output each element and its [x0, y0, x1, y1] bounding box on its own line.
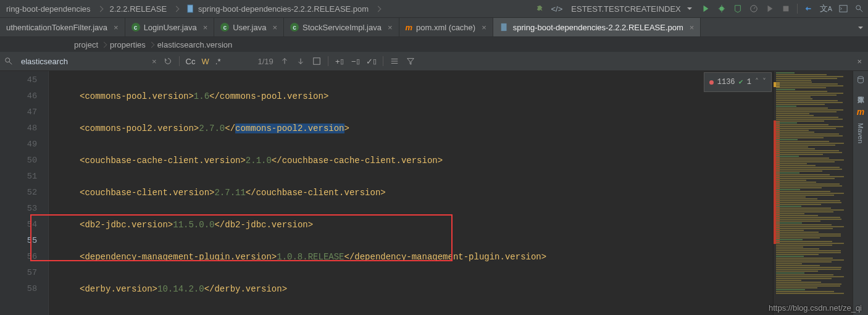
warn-icon: ✔: [739, 74, 743, 90]
tab-loginuser[interactable]: cLoginUser.java×: [125, 18, 215, 36]
error-icon: [709, 80, 714, 85]
chevron-right-icon: [173, 6, 180, 12]
pom-file-icon: [499, 22, 509, 32]
select-all-icon[interactable]: [312, 56, 322, 66]
svg-rect-7: [501, 23, 507, 31]
svg-point-6: [856, 6, 861, 10]
chevron-up-icon[interactable]: ˄: [755, 74, 759, 90]
maven-icon[interactable]: m: [857, 107, 864, 117]
build-icon[interactable]: [535, 4, 545, 14]
prev-match-icon[interactable]: [280, 56, 290, 66]
profile-icon[interactable]: [749, 4, 759, 14]
run-config-select[interactable]: ESTEST.TESTCREATEINDEX: [569, 4, 694, 14]
chevron-right-icon: [97, 6, 103, 12]
tab-spring-boot-deps-pom[interactable]: spring-boot-dependencies-2.2.2.RELEASE.p…: [493, 18, 701, 36]
svg-point-10: [858, 77, 864, 79]
separator: [328, 56, 328, 66]
minimap[interactable]: /* drawn via css below */: [773, 71, 853, 315]
svg-rect-9: [314, 58, 320, 65]
crumb-file[interactable]: spring-boot-dependencies-2.2.2.RELEASE.p…: [183, 4, 371, 14]
inspection-widget[interactable]: 1136 ✔1 ˄ ˅: [704, 72, 772, 92]
class-icon: c: [290, 23, 299, 32]
vcs-update-icon[interactable]: [804, 4, 814, 14]
separator: [797, 4, 798, 14]
navigation-bar: ring-boot-dependencies 2.2.2.RELEASE spr…: [0, 0, 868, 18]
close-icon[interactable]: ×: [203, 23, 208, 32]
close-icon[interactable]: ×: [482, 23, 486, 32]
regex-toggle[interactable]: .*: [215, 57, 221, 66]
search-icon: [4, 56, 14, 66]
separator: [179, 56, 180, 66]
attach-debug-icon[interactable]: [765, 4, 775, 14]
separator: [383, 56, 383, 66]
find-toolbar: × Cc W .* 1/19 +▯ −▯ ✓▯ ×: [0, 52, 868, 71]
chevron-right-icon: [148, 41, 154, 48]
maven-icon: m: [406, 23, 413, 32]
terminal-icon[interactable]: [838, 4, 848, 14]
class-icon: c: [131, 23, 140, 32]
svg-rect-5: [840, 6, 847, 12]
code-content[interactable]: <commons-pool.version>1.6</commons-pool.…: [49, 71, 773, 315]
line-gutter: 454647 484950 515253 545556 5758: [0, 71, 49, 315]
crumb-properties[interactable]: properties: [110, 40, 146, 49]
run-icon[interactable]: [701, 4, 711, 14]
editor-tabs: uthenticationTokenFilter.java× cLoginUse…: [0, 18, 868, 37]
close-icon[interactable]: ×: [690, 23, 695, 32]
tab-stockservice[interactable]: cStockServiceImpl.java×: [284, 18, 399, 36]
tab-user[interactable]: cUser.java×: [214, 18, 284, 36]
search-input[interactable]: [20, 56, 146, 67]
settings-icon[interactable]: [390, 56, 399, 66]
svg-point-8: [6, 58, 10, 62]
pom-file-icon: [186, 4, 196, 14]
debug-icon[interactable]: [717, 4, 727, 14]
tab-auth-filter[interactable]: uthenticationTokenFilter.java×: [0, 18, 125, 36]
next-match-icon[interactable]: [296, 56, 306, 66]
crumb-module[interactable]: ring-boot-dependencies: [4, 4, 93, 14]
maven-label[interactable]: Maven: [857, 123, 864, 143]
match-case-toggle[interactable]: Cc: [186, 57, 196, 66]
database-icon[interactable]: [856, 75, 866, 85]
code-icon[interactable]: </>: [551, 4, 563, 14]
watermark: https://blog.csdn.net/ze_qi: [769, 303, 862, 313]
svg-rect-0: [188, 5, 193, 12]
close-icon[interactable]: ×: [272, 23, 277, 32]
translate-icon[interactable]: 文A: [820, 4, 832, 14]
close-findbar-icon[interactable]: ×: [857, 57, 862, 66]
coverage-icon[interactable]: [733, 4, 743, 14]
crumb-version[interactable]: 2.2.2.RELEASE: [107, 4, 170, 14]
tab-pom-cache[interactable]: mpom.xml (cache)×: [399, 18, 493, 36]
crumb-project[interactable]: project: [74, 40, 98, 49]
svg-rect-4: [783, 6, 788, 12]
structure-breadcrumb: project properties elasticsearch.version: [0, 37, 868, 52]
search-everywhere-icon[interactable]: [854, 4, 864, 14]
filter-icon[interactable]: [406, 56, 415, 66]
chevron-right-icon: [375, 6, 382, 12]
tabs-dropdown[interactable]: [853, 23, 868, 32]
remove-selection-icon[interactable]: −▯: [351, 56, 361, 66]
svg-point-2: [719, 7, 724, 11]
chevron-right-icon: [101, 41, 107, 48]
select-all-occur-icon[interactable]: ✓▯: [367, 56, 377, 66]
stop-icon[interactable]: [781, 4, 791, 14]
dropdown-icon: [687, 7, 692, 12]
right-tool-buttons: 数据库 m Maven: [853, 71, 868, 315]
chevron-down-icon[interactable]: ˅: [762, 74, 766, 90]
close-icon[interactable]: ×: [388, 23, 393, 32]
crumb-elasticsearch-version[interactable]: elasticsearch.version: [157, 40, 232, 49]
clear-search-icon[interactable]: ×: [152, 57, 157, 66]
class-icon: c: [220, 23, 229, 32]
close-icon[interactable]: ×: [114, 23, 119, 32]
add-selection-icon[interactable]: +▯: [335, 56, 344, 66]
whole-word-toggle[interactable]: W: [201, 57, 209, 66]
find-count: 1/19: [257, 57, 273, 66]
chevron-down-icon: [858, 27, 863, 32]
editor: 454647 484950 515253 545556 5758 <common…: [0, 71, 868, 315]
history-icon[interactable]: [163, 56, 173, 66]
